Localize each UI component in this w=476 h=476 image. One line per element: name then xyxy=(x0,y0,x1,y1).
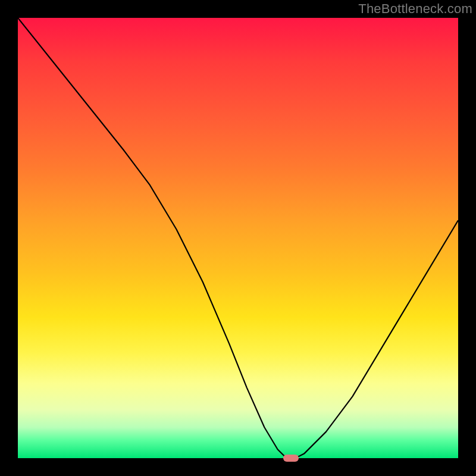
curve-svg xyxy=(18,18,458,458)
optimal-point-marker xyxy=(283,455,299,462)
chart-frame: TheBottleneck.com xyxy=(0,0,476,476)
plot-area xyxy=(18,18,458,458)
watermark-text: TheBottleneck.com xyxy=(358,1,472,17)
bottleneck-curve xyxy=(18,18,458,458)
